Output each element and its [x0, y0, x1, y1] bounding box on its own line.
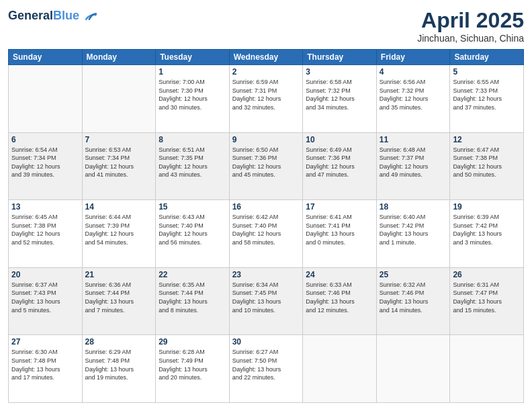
calendar-cell [82, 65, 156, 133]
weekday-header: Saturday [450, 50, 524, 65]
day-number: 13 [11, 202, 79, 212]
calendar-cell: 7Sunrise: 6:53 AM Sunset: 7:34 PM Daylig… [82, 132, 156, 200]
day-info: Sunrise: 6:55 AM Sunset: 7:33 PM Dayligh… [453, 78, 521, 111]
day-info: Sunrise: 6:53 AM Sunset: 7:34 PM Dayligh… [85, 146, 153, 179]
day-number: 10 [306, 135, 373, 144]
calendar-cell: 11Sunrise: 6:48 AM Sunset: 7:37 PM Dayli… [376, 132, 450, 200]
day-info: Sunrise: 6:45 AM Sunset: 7:38 PM Dayligh… [11, 213, 79, 246]
day-number: 3 [306, 67, 373, 77]
day-number: 18 [380, 202, 447, 212]
day-info: Sunrise: 6:41 AM Sunset: 7:41 PM Dayligh… [306, 213, 373, 246]
calendar-cell: 23Sunrise: 6:34 AM Sunset: 7:45 PM Dayli… [229, 267, 303, 335]
day-info: Sunrise: 6:29 AM Sunset: 7:48 PM Dayligh… [85, 348, 153, 381]
day-info: Sunrise: 6:30 AM Sunset: 7:48 PM Dayligh… [11, 348, 79, 381]
day-number: 7 [85, 135, 153, 144]
calendar-cell: 14Sunrise: 6:44 AM Sunset: 7:39 PM Dayli… [82, 200, 156, 268]
day-number: 24 [306, 270, 373, 279]
weekday-header: Sunday [9, 50, 83, 65]
logo-icon [81, 8, 97, 24]
day-number: 2 [232, 67, 300, 77]
title-block: April 2025 Jinchuan, Sichuan, China [417, 8, 524, 44]
calendar-week-row: 27Sunrise: 6:30 AM Sunset: 7:48 PM Dayli… [9, 335, 524, 403]
calendar-cell: 5Sunrise: 6:55 AM Sunset: 7:33 PM Daylig… [450, 65, 524, 133]
calendar-cell: 27Sunrise: 6:30 AM Sunset: 7:48 PM Dayli… [9, 335, 83, 403]
day-info: Sunrise: 6:51 AM Sunset: 7:35 PM Dayligh… [159, 146, 226, 179]
calendar-cell: 1Sunrise: 7:00 AM Sunset: 7:30 PM Daylig… [156, 65, 230, 133]
day-number: 9 [232, 135, 300, 144]
calendar-cell: 9Sunrise: 6:50 AM Sunset: 7:36 PM Daylig… [229, 132, 303, 200]
day-info: Sunrise: 6:34 AM Sunset: 7:45 PM Dayligh… [232, 281, 300, 314]
calendar-week-row: 1Sunrise: 7:00 AM Sunset: 7:30 PM Daylig… [9, 65, 524, 133]
calendar-table: SundayMondayTuesdayWednesdayThursdayFrid… [8, 49, 524, 403]
calendar-cell: 10Sunrise: 6:49 AM Sunset: 7:36 PM Dayli… [303, 132, 377, 200]
day-info: Sunrise: 6:49 AM Sunset: 7:36 PM Dayligh… [306, 146, 373, 179]
day-info: Sunrise: 6:31 AM Sunset: 7:47 PM Dayligh… [453, 281, 521, 314]
day-number: 11 [380, 135, 447, 144]
day-info: Sunrise: 6:33 AM Sunset: 7:46 PM Dayligh… [306, 281, 373, 314]
day-info: Sunrise: 6:35 AM Sunset: 7:44 PM Dayligh… [159, 281, 226, 314]
day-info: Sunrise: 6:54 AM Sunset: 7:34 PM Dayligh… [11, 146, 79, 179]
day-info: Sunrise: 6:37 AM Sunset: 7:43 PM Dayligh… [11, 281, 79, 314]
day-info: Sunrise: 6:40 AM Sunset: 7:42 PM Dayligh… [380, 213, 447, 246]
calendar-cell: 29Sunrise: 6:28 AM Sunset: 7:49 PM Dayli… [156, 335, 230, 403]
day-number: 8 [159, 135, 226, 144]
header: GeneralBlue April 2025 Jinchuan, Sichuan… [8, 8, 524, 44]
weekday-header: Wednesday [229, 50, 303, 65]
day-number: 29 [159, 337, 226, 347]
calendar-cell: 30Sunrise: 6:27 AM Sunset: 7:50 PM Dayli… [229, 335, 303, 403]
weekday-header: Monday [82, 50, 156, 65]
day-info: Sunrise: 6:43 AM Sunset: 7:40 PM Dayligh… [159, 213, 226, 246]
weekday-header: Thursday [303, 50, 377, 65]
calendar-cell: 13Sunrise: 6:45 AM Sunset: 7:38 PM Dayli… [9, 200, 83, 268]
calendar-cell: 25Sunrise: 6:32 AM Sunset: 7:46 PM Dayli… [376, 267, 450, 335]
day-number: 20 [11, 270, 79, 279]
logo: GeneralBlue [8, 8, 97, 24]
day-number: 26 [453, 270, 521, 279]
calendar-cell: 15Sunrise: 6:43 AM Sunset: 7:40 PM Dayli… [156, 200, 230, 268]
location-subtitle: Jinchuan, Sichuan, China [417, 33, 524, 44]
calendar-header-row: SundayMondayTuesdayWednesdayThursdayFrid… [9, 50, 524, 65]
calendar-cell: 2Sunrise: 6:59 AM Sunset: 7:31 PM Daylig… [229, 65, 303, 133]
calendar-cell: 6Sunrise: 6:54 AM Sunset: 7:34 PM Daylig… [9, 132, 83, 200]
calendar-cell: 21Sunrise: 6:36 AM Sunset: 7:44 PM Dayli… [82, 267, 156, 335]
day-number: 12 [453, 135, 521, 144]
calendar-week-row: 20Sunrise: 6:37 AM Sunset: 7:43 PM Dayli… [9, 267, 524, 335]
day-number: 16 [232, 202, 300, 212]
calendar-cell [376, 335, 450, 403]
month-title: April 2025 [417, 8, 524, 33]
day-info: Sunrise: 6:36 AM Sunset: 7:44 PM Dayligh… [85, 281, 153, 314]
day-info: Sunrise: 6:32 AM Sunset: 7:46 PM Dayligh… [380, 281, 447, 314]
calendar-cell: 16Sunrise: 6:42 AM Sunset: 7:40 PM Dayli… [229, 200, 303, 268]
calendar-cell: 19Sunrise: 6:39 AM Sunset: 7:42 PM Dayli… [450, 200, 524, 268]
day-info: Sunrise: 6:50 AM Sunset: 7:36 PM Dayligh… [232, 146, 300, 179]
weekday-header: Tuesday [156, 50, 230, 65]
calendar-cell: 17Sunrise: 6:41 AM Sunset: 7:41 PM Dayli… [303, 200, 377, 268]
calendar-page: GeneralBlue April 2025 Jinchuan, Sichuan… [0, 0, 532, 411]
day-info: Sunrise: 6:39 AM Sunset: 7:42 PM Dayligh… [453, 213, 521, 246]
day-number: 4 [380, 67, 447, 77]
calendar-cell [9, 65, 83, 133]
day-number: 27 [11, 337, 79, 347]
calendar-cell [303, 335, 377, 403]
calendar-cell: 24Sunrise: 6:33 AM Sunset: 7:46 PM Dayli… [303, 267, 377, 335]
day-info: Sunrise: 6:59 AM Sunset: 7:31 PM Dayligh… [232, 78, 300, 111]
day-number: 25 [380, 270, 447, 279]
day-info: Sunrise: 7:00 AM Sunset: 7:30 PM Dayligh… [159, 78, 226, 111]
day-info: Sunrise: 6:58 AM Sunset: 7:32 PM Dayligh… [306, 78, 373, 111]
day-number: 22 [159, 270, 226, 279]
day-number: 30 [232, 337, 300, 347]
weekday-header: Friday [376, 50, 450, 65]
logo-text: GeneralBlue [8, 9, 79, 23]
calendar-cell: 12Sunrise: 6:47 AM Sunset: 7:38 PM Dayli… [450, 132, 524, 200]
day-number: 14 [85, 202, 153, 212]
calendar-cell [450, 335, 524, 403]
day-number: 6 [11, 135, 79, 144]
day-info: Sunrise: 6:48 AM Sunset: 7:37 PM Dayligh… [380, 146, 447, 179]
day-number: 19 [453, 202, 521, 212]
day-info: Sunrise: 6:27 AM Sunset: 7:50 PM Dayligh… [232, 348, 300, 381]
day-info: Sunrise: 6:42 AM Sunset: 7:40 PM Dayligh… [232, 213, 300, 246]
calendar-week-row: 6Sunrise: 6:54 AM Sunset: 7:34 PM Daylig… [9, 132, 524, 200]
day-number: 28 [85, 337, 153, 347]
day-number: 23 [232, 270, 300, 279]
day-info: Sunrise: 6:28 AM Sunset: 7:49 PM Dayligh… [159, 348, 226, 381]
